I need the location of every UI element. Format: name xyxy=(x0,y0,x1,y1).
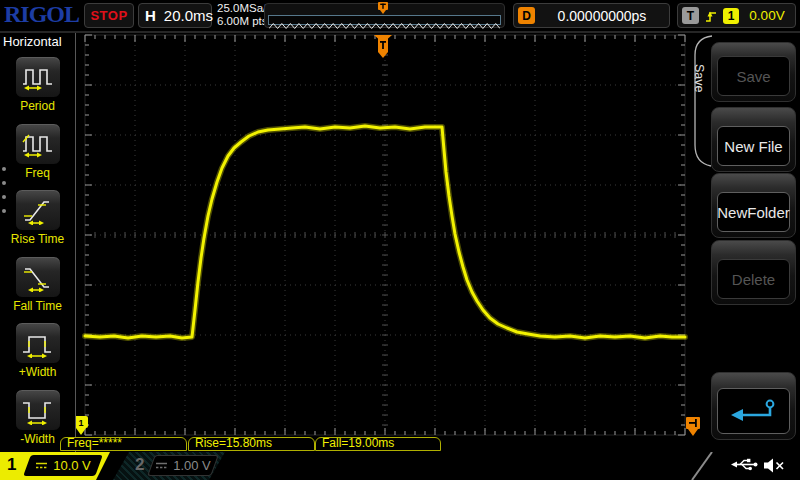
channel1-badge[interactable]: 1 10.0 V xyxy=(0,452,110,480)
channel-bar: 1 10.0 V 2 1.00 V xyxy=(0,452,800,480)
softkey-back-label xyxy=(717,388,790,434)
trigger-source-badge: 1 xyxy=(723,8,739,24)
softkey-newfolder-label: NewFolder xyxy=(717,192,790,232)
softkey-new-file[interactable]: New File xyxy=(711,107,796,172)
softkey-save[interactable]: Save xyxy=(711,42,796,102)
menu-item--width[interactable]: +Width xyxy=(0,322,75,388)
waveform-overview-strip xyxy=(268,15,501,25)
rise-time-icon xyxy=(15,189,61,231)
menu-item-fall-time[interactable]: Fall Time xyxy=(0,256,75,322)
status-bar: RIGOL STOP H 20.0ms 25.0MSa/s 6.00M pts … xyxy=(0,0,800,33)
oscilloscope-screen: 1 RIGOL STOP H 20.0ms 25.0MSa/s 6.00M pt… xyxy=(0,0,800,480)
menu-page-dots xyxy=(2,167,6,223)
softkey-delete-label: Delete xyxy=(717,259,790,299)
usb-icon xyxy=(730,457,758,473)
softkey-delete[interactable]: Delete xyxy=(711,240,796,305)
channel1-coupling-icon xyxy=(35,461,48,471)
menu-item-label: Fall Time xyxy=(0,299,75,313)
menu-item-label: +Width xyxy=(0,365,75,379)
timebase-value: 20.0ms xyxy=(164,7,213,24)
back-arrow-icon xyxy=(726,396,782,426)
statusbar-divider xyxy=(688,452,714,480)
softkey-back[interactable] xyxy=(711,372,796,440)
menu-title: Horizontal xyxy=(0,31,75,55)
horizontal-timebase-box[interactable]: H 20.0ms xyxy=(138,3,212,28)
measurement-freq: Freq=***** xyxy=(60,437,187,451)
channel2-scale-box: 1.00 V xyxy=(147,455,219,476)
waveform-display xyxy=(0,0,800,480)
trigger-level-value: 0.00V xyxy=(739,8,795,23)
minus-width-icon xyxy=(15,389,61,431)
trigger-level-marker[interactable] xyxy=(686,417,702,437)
waveform-overview[interactable] xyxy=(264,3,505,28)
channel1-position-marker[interactable]: 1 xyxy=(74,416,90,436)
trigger-position-marker[interactable] xyxy=(374,35,392,59)
speaker-muted-icon xyxy=(762,456,786,475)
run-state-indicator: STOP xyxy=(84,3,134,28)
left-menu: Horizontal PeriodFreqRise TimeFall Time+… xyxy=(0,31,76,452)
channel1-scale-box: 10.0 V xyxy=(23,455,103,476)
period-icon xyxy=(15,56,61,98)
h-label: H xyxy=(145,7,156,24)
softkey-newfolder[interactable]: NewFolder xyxy=(711,173,796,238)
delay-badge: D xyxy=(518,7,535,24)
channel1-number: 1 xyxy=(7,455,16,475)
delay-box[interactable]: D 0.00000000ps xyxy=(513,3,670,28)
save-tab-label: Save xyxy=(692,64,706,93)
measurement-rise: Rise=15.80ms xyxy=(188,437,315,451)
menu-item-label: Freq xyxy=(0,166,75,180)
menu-item-label: Period xyxy=(0,99,75,113)
save-tab-outline xyxy=(687,33,713,169)
overview-trigger-icon xyxy=(377,2,389,16)
plus-width-icon xyxy=(15,322,61,364)
softkey-new-file-label: New File xyxy=(717,126,790,166)
softkey-save-label: Save xyxy=(717,56,790,96)
trigger-slope-icon xyxy=(704,7,718,24)
menu-item-label: Rise Time xyxy=(0,232,75,246)
trigger-badge: T xyxy=(682,7,699,24)
channel2-coupling-icon xyxy=(155,461,168,471)
overview-zigzag xyxy=(269,22,500,30)
channel2-number: 2 xyxy=(135,455,144,475)
softkey-menu: SaveNew FileNewFolderDelete xyxy=(703,31,800,480)
rigol-logo: RIGOL xyxy=(4,1,79,28)
run-state-label: STOP xyxy=(90,8,127,23)
menu-item-period[interactable]: Period xyxy=(0,56,75,122)
delay-value: 0.00000000ps xyxy=(535,8,669,24)
channel1-scale: 10.0 V xyxy=(53,458,91,473)
menu-item-freq[interactable]: Freq xyxy=(0,123,75,189)
trigger-box[interactable]: T 1 0.00V xyxy=(677,3,796,28)
menu-item-rise-time[interactable]: Rise Time xyxy=(0,189,75,255)
fall-time-icon xyxy=(15,256,61,298)
measurement-fall: Fall=19.00ms xyxy=(315,437,441,451)
channel2-badge[interactable]: 2 1.00 V xyxy=(113,452,225,480)
freq-icon xyxy=(15,123,61,165)
svg-text:1: 1 xyxy=(78,418,83,428)
channel2-scale: 1.00 V xyxy=(173,458,211,473)
